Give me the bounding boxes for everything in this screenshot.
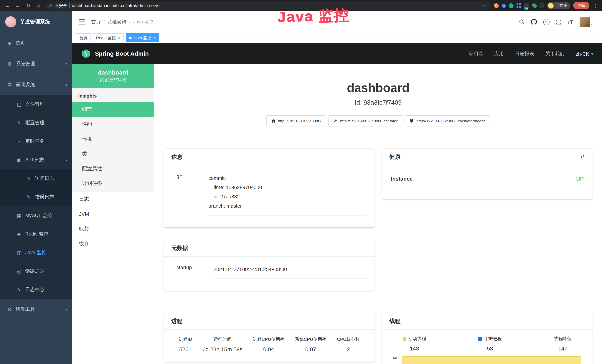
metric-value: 5261: [179, 346, 192, 352]
sidebar-item-access-logs[interactable]: ✎ 访问日志: [0, 169, 72, 188]
sba-nav-wallboard[interactable]: 应用墙: [469, 50, 483, 57]
instance-link-health[interactable]: http://192.168.0.2:48080/actuator/health: [405, 115, 490, 127]
extension-icon-teal[interactable]: [509, 3, 513, 8]
help-icon[interactable]: ?: [543, 19, 549, 25]
fullscreen-icon[interactable]: [556, 19, 561, 25]
sidebar-item-java-monitor[interactable]: ▥ Java 监控: [0, 243, 72, 262]
browser-home-icon[interactable]: ⌂: [35, 2, 42, 9]
sba-menu-environment[interactable]: 环境: [72, 132, 154, 147]
app-logo-area[interactable]: 芋道管理系统: [0, 11, 72, 33]
chevron-down-icon: ▾: [65, 62, 67, 66]
extension-icon-orange[interactable]: [494, 3, 499, 8]
sba-menu-details[interactable]: 细节: [72, 102, 154, 117]
instance-link-label: http://192.168.0.2:48080/actuator: [340, 119, 398, 123]
reload-icon[interactable]: ↻: [24, 2, 32, 9]
sba-menu-jvm[interactable]: JVM: [72, 207, 154, 221]
url-text[interactable]: dashboard.yudao.iocoder.cn/infra/admin-s…: [72, 3, 161, 8]
database-icon: ▦: [16, 213, 22, 218]
health-card: 健康 ↺ Instance UP: [382, 149, 592, 199]
bookmark-star-icon[interactable]: ☆: [483, 3, 487, 8]
threads-chart-plot: [402, 355, 581, 364]
profile-paused-chip[interactable]: 已暂停: [547, 2, 570, 9]
sidebar-item-redis-monitor[interactable]: ◈ Redis 监控: [0, 225, 72, 243]
edit-icon: ✎: [16, 120, 22, 126]
redis-icon: ◈: [16, 231, 22, 237]
search-icon[interactable]: [519, 19, 525, 25]
history-icon[interactable]: ↺: [580, 153, 585, 160]
sidebar-item-infrastructure[interactable]: ▤ 基础设施 ▴: [0, 74, 72, 95]
browser-menu-icon[interactable]: ⋮: [592, 3, 599, 8]
instance-header[interactable]: dashboard 93a3fc7f7409: [72, 64, 154, 88]
sidebar-item-mysql-monitor[interactable]: ▦ MySQL 监控: [0, 206, 72, 225]
sidebar-item-scheduled-jobs[interactable]: ◔ 定时任务: [0, 132, 72, 150]
sba-menu-scheduled-tasks[interactable]: 计划任务: [72, 176, 154, 191]
sidebar-item-api-logs[interactable]: ▣ API 日志 ▴: [0, 150, 72, 169]
sba-menu-loggers[interactable]: 日志: [72, 192, 154, 207]
metadata-value: 2021-04-27T00:44:31.254+08:00: [214, 263, 366, 279]
close-icon[interactable]: ×: [118, 36, 120, 40]
instance-link-label: http://192.168.0.2:48080/actuator/health: [416, 119, 485, 123]
sidebar-item-home[interactable]: ◉ 首页: [0, 33, 72, 54]
spring-boot-admin-frame: Spring Boot Admin 应用墙 应用 日志报表 关于我们 zh-CN…: [72, 43, 602, 364]
extension-icon-adblock-on[interactable]: on: [524, 3, 529, 8]
github-icon[interactable]: [531, 19, 537, 25]
sidebar-item-file-mgmt[interactable]: ▢ 文件管理: [0, 95, 72, 114]
git-commit-line: commit:: [208, 173, 366, 183]
sba-nav-applications[interactable]: 应用: [494, 50, 504, 57]
sidebar-item-config-mgmt[interactable]: ✎ 配置管理: [0, 114, 72, 132]
browser-update-button[interactable]: 更新: [573, 2, 589, 9]
tab-java-monitor[interactable]: Java 监控 ×: [126, 33, 159, 42]
tab-redis-monitor[interactable]: Redis 监控 ×: [93, 33, 124, 42]
sba-menu-classes[interactable]: 类: [72, 147, 154, 161]
sba-menu-caches[interactable]: 缓存: [72, 236, 154, 251]
sidebar-item-label: 日志中心: [25, 286, 44, 293]
metadata-row-startup: startup 2021-04-27T00:44:31.254+08:00: [172, 263, 366, 279]
sba-nav-about[interactable]: 关于我们: [545, 50, 565, 57]
sba-menu-config-props[interactable]: 配置属性: [72, 161, 154, 176]
user-menu[interactable]: ▾: [580, 17, 592, 27]
sba-header: Spring Boot Admin 应用墙 应用 日志报表 关于我们 zh-CN…: [72, 43, 602, 64]
info-row-git: git commit: time: 1596289704000 id: 27aa…: [172, 171, 366, 215]
page-subtitle: Id: 93a3fc7f7409: [164, 99, 592, 107]
sidebar-item-system-mgmt[interactable]: ⚙ 系统管理 ▾: [0, 54, 72, 74]
sidebar-toggle-icon[interactable]: [79, 19, 85, 24]
instance-name: dashboard: [76, 69, 150, 76]
health-icon: [409, 119, 414, 123]
java-monitor-icon: ▥: [16, 250, 22, 255]
extension-icon-green-leaf[interactable]: [532, 3, 537, 8]
locale-selector[interactable]: zh-CN ▾: [576, 51, 593, 57]
instance-links: http://192.168.0.2:48080/ http://192.168…: [164, 115, 592, 127]
forward-icon[interactable]: →: [14, 2, 22, 9]
threads-chart: 140 120 100: [390, 355, 584, 364]
extension-icon-grid[interactable]: [516, 3, 521, 8]
health-instance-row[interactable]: Instance UP: [390, 171, 584, 187]
security-label[interactable]: 不安全: [55, 3, 67, 8]
sidebar-item-log-center[interactable]: ✎ 日志中心: [0, 280, 72, 299]
sidebar-item-label: 首页: [16, 40, 25, 46]
instance-link-actuator[interactable]: http://192.168.0.2:48080/actuator: [328, 115, 402, 127]
tab-home[interactable]: 首页: [76, 33, 91, 42]
breadcrumb-home[interactable]: 首页: [91, 19, 100, 25]
back-icon[interactable]: ←: [4, 2, 11, 9]
breadcrumb-infrastructure[interactable]: 基础设施: [108, 19, 126, 25]
legend-swatch-live-icon: [403, 337, 406, 341]
tools-icon: ⚒: [7, 307, 12, 312]
gear-icon: ⚙: [7, 61, 12, 66]
sba-brand[interactable]: Spring Boot Admin: [81, 49, 149, 59]
sidebar-item-tracing[interactable]: ◎ 链路追踪: [0, 262, 72, 280]
sba-menu-metrics[interactable]: 性能: [72, 117, 154, 132]
threads-metrics: 活动线程 143 守护进程: [390, 336, 584, 352]
sidebar-item-dev-tools[interactable]: ⚒ 研发工具 ▾: [0, 299, 72, 320]
metric-peak-threads: 线程峰值 147: [554, 336, 572, 352]
font-size-icon[interactable]: TT: [568, 19, 573, 25]
address-bar[interactable]: ⚠ 不安全 dashboard.yudao.iocoder.cn/infra/a…: [45, 1, 491, 10]
sidebar-item-label: 研发工具: [16, 306, 35, 313]
close-icon[interactable]: ×: [153, 36, 156, 40]
instance-link-root[interactable]: http://192.168.0.2:48080/: [266, 115, 326, 127]
cards-grid: 信息 git commit: time: 1596289704000 id: 2…: [164, 149, 592, 364]
sba-menu-mappings[interactable]: 映射: [72, 221, 154, 236]
extension-icon-pinwheel[interactable]: [539, 3, 544, 8]
extension-icon-blue-drop[interactable]: [502, 3, 505, 8]
sidebar-item-error-logs[interactable]: ✎ 错误日志: [0, 188, 72, 206]
sba-nav-journal[interactable]: 日志报表: [515, 50, 534, 57]
